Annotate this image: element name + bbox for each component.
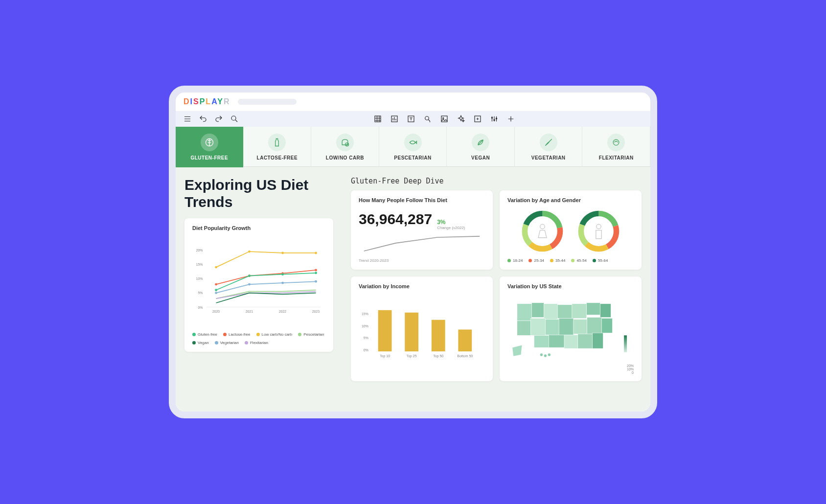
tab-label: Low/No Carb <box>313 155 377 160</box>
svg-point-29 <box>494 119 495 120</box>
svg-point-76 <box>597 224 601 229</box>
svg-point-54 <box>315 269 317 272</box>
carrot-icon <box>540 134 557 151</box>
tab-vegan[interactable]: Vegan <box>447 127 515 166</box>
insert-chart-icon[interactable] <box>390 114 399 124</box>
svg-rect-83 <box>432 320 445 352</box>
svg-point-110 <box>544 354 547 357</box>
bread-slash-icon <box>336 134 354 151</box>
brand-logo: DISPLAYR <box>184 97 230 106</box>
insert-settings-icon[interactable] <box>489 114 499 124</box>
svg-rect-93 <box>572 304 587 319</box>
followers-card: How Many People Follow This Diet 36,964,… <box>351 190 493 270</box>
svg-text:2020: 2020 <box>212 310 220 313</box>
svg-rect-84 <box>458 330 472 352</box>
age-legend: 18-24 25-34 35-44 45-54 55-64 <box>507 258 634 263</box>
search-icon[interactable] <box>229 114 239 124</box>
tab-pescetarian[interactable]: Pescetarian <box>379 127 447 166</box>
svg-text:15%: 15% <box>196 263 203 266</box>
svg-text:10%: 10% <box>196 277 203 280</box>
tab-label: Vegan <box>449 155 512 160</box>
svg-point-60 <box>248 283 251 286</box>
diet-tabs: Gluten-Free Lactose-Free Low/No Carb Pes… <box>176 127 650 167</box>
legend-item: Flexitarian <box>250 341 268 345</box>
popularity-growth-card: Diet Popularity Growth 0% 5% 10% 15% 20%… <box>184 218 333 352</box>
donut-female <box>519 208 566 254</box>
menu-icon[interactable] <box>183 114 192 124</box>
legend-item: 18-24 <box>513 258 523 263</box>
legend-item: 25-34 <box>534 258 544 263</box>
redo-icon[interactable] <box>214 114 224 124</box>
donut-male <box>575 208 622 254</box>
tab-label: Lactose-Free <box>246 155 309 160</box>
svg-rect-100 <box>574 320 587 334</box>
tab-lactose-free[interactable]: Lactose-Free <box>244 127 312 166</box>
svg-rect-92 <box>557 305 572 319</box>
svg-point-21 <box>443 117 444 118</box>
tab-label: Flexitarian <box>584 155 648 160</box>
svg-point-57 <box>281 273 284 275</box>
svg-text:Top 25: Top 25 <box>407 354 417 358</box>
popularity-line-chart: 0% 5% 10% 15% 20% 2020 2021 2022 2023 <box>192 236 325 326</box>
insert-calculation-icon[interactable] <box>473 114 482 124</box>
svg-rect-106 <box>578 334 593 348</box>
undo-icon[interactable] <box>198 114 208 124</box>
income-card: Variation by Income 0% 5% 10% 15% <box>351 276 493 381</box>
svg-rect-105 <box>564 335 578 348</box>
toolbar <box>176 111 650 127</box>
tab-gluten-free[interactable]: Gluten-Free <box>176 127 244 166</box>
svg-rect-103 <box>534 335 549 347</box>
svg-point-56 <box>248 275 251 277</box>
followers-count: 36,964,287 <box>359 211 432 228</box>
legend-item: 45-54 <box>576 258 586 263</box>
svg-point-61 <box>281 282 284 284</box>
tab-vegetarian[interactable]: Vegetarian <box>515 127 583 166</box>
leaf-icon <box>472 134 489 151</box>
svg-rect-99 <box>559 319 574 335</box>
insert-image-icon[interactable] <box>439 114 449 124</box>
card-title: How Many People Follow This Diet <box>359 197 485 203</box>
tab-label: Gluten-Free <box>178 155 241 160</box>
tab-low-no-carb[interactable]: Low/No Carb <box>311 127 379 166</box>
card-title: Variation by Income <box>359 283 485 289</box>
insert-text-icon[interactable] <box>406 114 416 124</box>
insert-more-icon[interactable] <box>506 114 516 124</box>
svg-text:Bottom 50: Bottom 50 <box>458 354 473 358</box>
svg-point-49 <box>281 252 284 254</box>
change-label: Change (v2022) <box>437 226 465 230</box>
svg-marker-108 <box>512 345 522 356</box>
svg-rect-101 <box>587 318 602 334</box>
svg-point-62 <box>315 280 317 283</box>
insert-table-icon[interactable] <box>373 114 383 124</box>
svg-point-69 <box>540 224 545 229</box>
svg-text:Top 50: Top 50 <box>433 354 443 358</box>
svg-text:0%: 0% <box>364 348 368 352</box>
svg-rect-20 <box>441 116 447 122</box>
insert-search-icon[interactable] <box>423 114 433 124</box>
legend-item: Gluten-free <box>198 332 217 337</box>
flex-icon <box>607 134 625 151</box>
left-column: Exploring US Diet Trends Diet Popularity… <box>176 167 342 412</box>
map-scale: 20% 10% 0 <box>507 364 634 374</box>
right-column: Gluten-Free Deep Dive How Many People Fo… <box>342 167 650 412</box>
insert-ai-icon[interactable] <box>456 114 466 124</box>
svg-point-51 <box>215 283 217 286</box>
legend-item: Lactose-free <box>229 332 250 337</box>
svg-point-50 <box>315 252 317 254</box>
svg-text:2022: 2022 <box>279 310 286 313</box>
svg-rect-107 <box>593 333 603 348</box>
state-card: Variation by US State <box>500 276 642 381</box>
titlebar: DISPLAYR <box>176 92 650 111</box>
app-window: DISPLAYR Gluten-Free Lactose- <box>169 86 657 418</box>
legend-item: 35-44 <box>555 258 565 263</box>
svg-text:0%: 0% <box>198 306 203 309</box>
svg-point-48 <box>248 251 251 253</box>
svg-rect-94 <box>587 303 600 315</box>
tab-flexitarian[interactable]: Flexitarian <box>582 127 650 166</box>
legend-item: Vegetarian <box>220 341 239 345</box>
svg-point-17 <box>425 116 429 120</box>
change-pct: 3% <box>437 219 465 226</box>
svg-rect-98 <box>545 320 559 335</box>
svg-text:2023: 2023 <box>312 310 320 313</box>
svg-rect-97 <box>531 319 546 336</box>
